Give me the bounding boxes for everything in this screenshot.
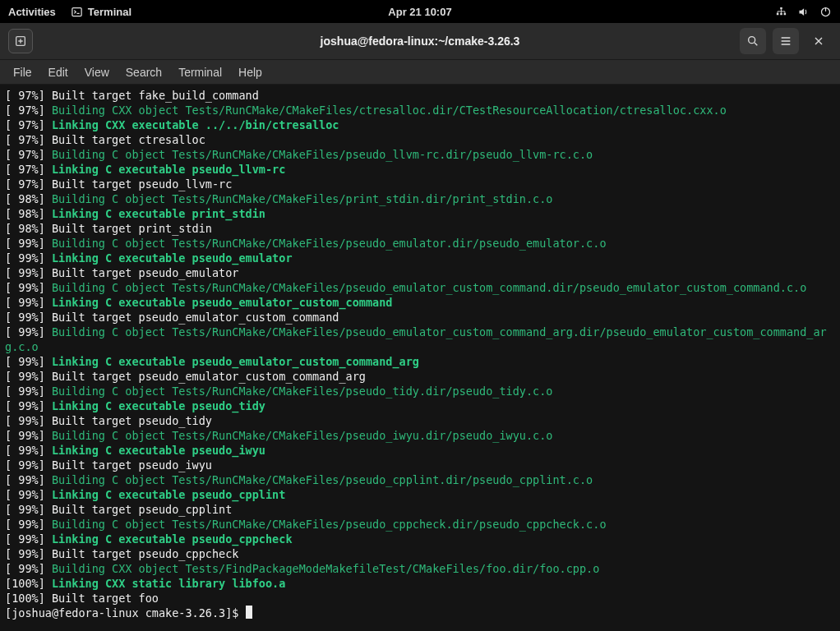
menu-terminal[interactable]: Terminal [172, 63, 228, 81]
terminal-line: [ 98%] Building C object Tests/RunCMake/… [5, 191, 835, 206]
svg-point-8 [749, 37, 755, 44]
terminal-line: [ 97%] Linking C executable pseudo_llvm-… [5, 162, 835, 177]
terminal-line: [ 99%] Building C object Tests/RunCMake/… [5, 384, 835, 398]
terminal-line: [ 99%] Building C object Tests/RunCMake/… [5, 280, 835, 295]
terminal-line: [ 97%] Building C object Tests/RunCMake/… [5, 147, 835, 162]
terminal-viewport[interactable]: [ 97%] Built target fake_build_command[ … [0, 85, 840, 631]
terminal-line: [ 99%] Building C object Tests/RunCMake/… [5, 472, 835, 487]
terminal-line: [100%] Linking CXX static library libfoo… [5, 576, 835, 591]
svg-rect-1 [780, 7, 782, 9]
terminal-line: [ 99%] Building C object Tests/RunCMake/… [5, 428, 835, 443]
terminal-line: [ 99%] Built target pseudo_emulator_cust… [5, 369, 835, 384]
activities-button[interactable]: Activities [8, 6, 56, 18]
terminal-line: [ 99%] Linking C executable pseudo_iwyu [5, 443, 835, 458]
menu-edit[interactable]: Edit [42, 63, 75, 81]
terminal-line: [ 99%] Linking C executable pseudo_emula… [5, 251, 835, 265]
terminal-line: [ 99%] Linking C executable pseudo_emula… [5, 354, 835, 369]
terminal-line: [ 99%] Built target pseudo_cppcheck [5, 546, 835, 561]
terminal-menubar: File Edit View Search Terminal Help [0, 60, 840, 85]
terminal-line: [ 97%] Building CXX object Tests/RunCMak… [5, 103, 835, 117]
menu-view[interactable]: View [78, 63, 116, 81]
menu-file[interactable]: File [7, 63, 39, 81]
terminal-line: [ 97%] Built target pseudo_llvm-rc [5, 177, 835, 191]
svg-rect-4 [784, 12, 787, 15]
menu-help[interactable]: Help [232, 63, 269, 81]
cursor [246, 606, 252, 619]
network-icon[interactable] [775, 6, 787, 18]
terminal-line: [ 99%] Building CXX object Tests/FindPac… [5, 561, 835, 576]
terminal-line: [ 99%] Linking C executable pseudo_emula… [5, 295, 835, 310]
terminal-line: [ 97%] Built target fake_build_command [5, 88, 835, 103]
terminal-line: [ 99%] Linking C executable pseudo_cppli… [5, 487, 835, 502]
terminal-line: [ 99%] Building C object Tests/RunCMake/… [5, 517, 835, 532]
terminal-icon [71, 6, 83, 18]
focused-app-label: Terminal [88, 6, 132, 18]
terminal-line: [ 98%] Linking C executable print_stdin [5, 206, 835, 221]
hamburger-menu-button[interactable] [773, 28, 799, 54]
terminal-line: [ 99%] Built target pseudo_emulator_cust… [5, 310, 835, 325]
volume-icon[interactable] [797, 6, 810, 18]
terminal-line: [ 99%] Linking C executable pseudo_tidy [5, 398, 835, 413]
window-title: joshua@fedora-linux:~/cmake-3.26.3 [321, 35, 520, 48]
terminal-line: [ 99%] Building C object Tests/RunCMake/… [5, 236, 835, 251]
terminal-line: [ 97%] Built target ctresalloc [5, 132, 835, 147]
terminal-prompt[interactable]: [joshua@fedora-linux cmake-3.26.3]$ [5, 606, 835, 620]
gnome-topbar: Activities Terminal Apr 21 10:07 [0, 0, 840, 23]
search-button[interactable] [740, 28, 766, 54]
svg-rect-6 [825, 7, 826, 11]
svg-rect-3 [780, 12, 782, 15]
terminal-line: [ 99%] Built target pseudo_tidy [5, 413, 835, 428]
window-titlebar: joshua@fedora-linux:~/cmake-3.26.3 [0, 23, 840, 60]
terminal-line: [100%] Built target foo [5, 591, 835, 606]
terminal-line: [ 99%] Built target pseudo_cpplint [5, 502, 835, 517]
svg-rect-0 [72, 7, 81, 16]
close-window-button[interactable] [805, 28, 832, 54]
terminal-line: [ 98%] Built target print_stdin [5, 221, 835, 236]
new-tab-button[interactable] [8, 29, 33, 53]
power-icon[interactable] [819, 6, 832, 18]
clock[interactable]: Apr 21 10:07 [388, 6, 451, 18]
svg-rect-2 [777, 12, 779, 15]
menu-search[interactable]: Search [119, 63, 168, 81]
terminal-line: [ 99%] Building C object Tests/RunCMake/… [5, 325, 835, 354]
terminal-line: [ 97%] Linking CXX executable ../../bin/… [5, 117, 835, 132]
terminal-line: [ 99%] Linking C executable pseudo_cppch… [5, 532, 835, 546]
terminal-line: [ 99%] Built target pseudo_emulator [5, 265, 835, 280]
focused-app-indicator[interactable]: Terminal [71, 6, 132, 18]
terminal-line: [ 99%] Built target pseudo_iwyu [5, 458, 835, 472]
